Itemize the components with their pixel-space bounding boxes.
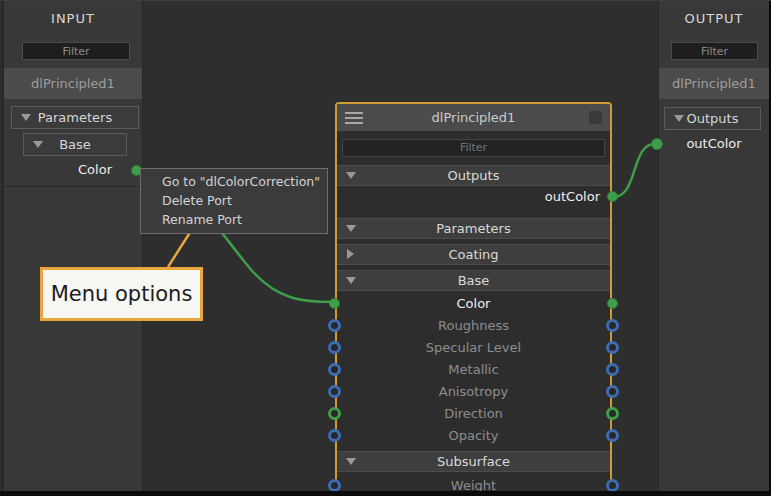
input-port-icon[interactable] bbox=[329, 298, 340, 309]
chevron-down-icon bbox=[346, 172, 356, 179]
output-outcolor-port-dot[interactable] bbox=[651, 138, 663, 150]
node-header[interactable]: dlPrincipled1 bbox=[337, 104, 610, 131]
dlprincipled-node[interactable]: dlPrincipled1 Outputs outColor Parameter… bbox=[335, 102, 612, 496]
annotation-callout: Menu options bbox=[40, 267, 203, 321]
input-parameters-expander[interactable]: Parameters bbox=[11, 106, 139, 129]
input-color-port-row[interactable]: Color bbox=[4, 159, 142, 181]
input-base-expander[interactable]: Base bbox=[23, 133, 127, 156]
section-base[interactable]: Base bbox=[337, 270, 610, 291]
port-label: outColor bbox=[545, 189, 600, 204]
port-label: Specular Level bbox=[426, 340, 521, 355]
input-port-icon[interactable] bbox=[328, 385, 341, 398]
chevron-down-icon bbox=[346, 458, 356, 465]
chevron-down-icon bbox=[674, 115, 684, 122]
node-port-row-color[interactable]: Color bbox=[337, 293, 610, 315]
input-panel: INPUT dlPrincipled1 Parameters Base Colo… bbox=[2, 1, 143, 491]
output-panel: OUTPUT dlPrincipled1 Outputs outColor bbox=[658, 1, 769, 491]
output-port-icon[interactable] bbox=[606, 385, 619, 398]
section-outputs[interactable]: Outputs bbox=[337, 165, 610, 186]
port-label: Metallic bbox=[448, 362, 498, 377]
output-node-name[interactable]: dlPrincipled1 bbox=[659, 68, 769, 99]
node-title: dlPrincipled1 bbox=[337, 110, 610, 125]
input-panel-title: INPUT bbox=[4, 11, 142, 26]
node-port-row-metallic[interactable]: Metallic bbox=[337, 359, 610, 381]
input-port-icon[interactable] bbox=[328, 479, 341, 492]
port-label: outColor bbox=[686, 136, 741, 151]
input-port-icon[interactable] bbox=[328, 363, 341, 376]
output-filter-field[interactable] bbox=[671, 42, 758, 60]
section-label: Subsurface bbox=[437, 454, 510, 469]
expander-label: Base bbox=[59, 137, 91, 152]
port-label: Color bbox=[457, 296, 491, 311]
chevron-down-icon bbox=[21, 114, 31, 121]
panel-divider bbox=[4, 186, 142, 187]
input-node-name[interactable]: dlPrincipled1 bbox=[4, 68, 142, 99]
node-port-row-direction[interactable]: Direction bbox=[337, 403, 610, 425]
port-label: Anisotropy bbox=[439, 384, 509, 399]
menu-icon[interactable] bbox=[345, 112, 363, 127]
output-port-icon[interactable] bbox=[607, 298, 618, 309]
node-port-row-outcolor[interactable]: outColor bbox=[337, 186, 610, 208]
expander-label: Parameters bbox=[38, 110, 112, 125]
port-context-menu: Go to "dlColorCorrection" Delete Port Re… bbox=[140, 168, 328, 234]
section-coating[interactable]: Coating bbox=[337, 244, 610, 265]
chevron-down-icon bbox=[346, 225, 356, 232]
chevron-down-icon bbox=[346, 277, 356, 284]
chevron-down-icon bbox=[33, 141, 43, 148]
output-port-icon[interactable] bbox=[606, 429, 619, 442]
input-port-icon[interactable] bbox=[328, 407, 341, 420]
annotation-label: Menu options bbox=[51, 282, 193, 306]
output-port-icon[interactable] bbox=[606, 363, 619, 376]
menu-item-delete-port[interactable]: Delete Port bbox=[141, 191, 327, 210]
node-port-row-specular-level[interactable]: Specular Level bbox=[337, 337, 610, 359]
output-port-icon[interactable] bbox=[607, 191, 618, 202]
expander-label: Outputs bbox=[687, 111, 739, 126]
section-label: Base bbox=[458, 273, 490, 288]
section-parameters[interactable]: Parameters bbox=[337, 218, 610, 239]
node-editor-window: INPUT dlPrincipled1 Parameters Base Colo… bbox=[0, 0, 771, 496]
section-label: Outputs bbox=[448, 168, 500, 183]
port-label: Color bbox=[78, 162, 112, 177]
section-subsurface[interactable]: Subsurface bbox=[337, 451, 610, 472]
input-port-icon[interactable] bbox=[328, 319, 341, 332]
connection-outcolor-wire[interactable] bbox=[612, 144, 656, 197]
window-frame-bottom bbox=[0, 491, 771, 496]
node-port-row-roughness[interactable]: Roughness bbox=[337, 315, 610, 337]
output-outcolor-port-row[interactable]: outColor bbox=[659, 133, 769, 155]
node-swatch[interactable] bbox=[589, 111, 602, 124]
input-filter-field[interactable] bbox=[22, 42, 130, 60]
menu-item-rename-port[interactable]: Rename Port bbox=[141, 210, 327, 229]
section-label: Parameters bbox=[436, 221, 510, 236]
input-port-icon[interactable] bbox=[328, 341, 341, 354]
output-outputs-expander[interactable]: Outputs bbox=[664, 107, 761, 130]
menu-item-go-to[interactable]: Go to "dlColorCorrection" bbox=[141, 172, 327, 191]
node-port-row-opacity[interactable]: Opacity bbox=[337, 425, 610, 447]
output-panel-title: OUTPUT bbox=[659, 11, 769, 26]
output-port-icon[interactable] bbox=[606, 479, 619, 492]
output-port-icon[interactable] bbox=[606, 319, 619, 332]
node-filter-field[interactable] bbox=[342, 139, 605, 157]
output-port-icon[interactable] bbox=[606, 407, 619, 420]
port-label: Direction bbox=[444, 406, 503, 421]
section-label: Coating bbox=[448, 247, 498, 262]
input-port-icon[interactable] bbox=[328, 429, 341, 442]
chevron-right-icon bbox=[347, 249, 354, 259]
port-label: Roughness bbox=[438, 318, 509, 333]
node-port-row-anisotropy[interactable]: Anisotropy bbox=[337, 381, 610, 403]
port-label: Opacity bbox=[448, 428, 498, 443]
output-port-icon[interactable] bbox=[606, 341, 619, 354]
